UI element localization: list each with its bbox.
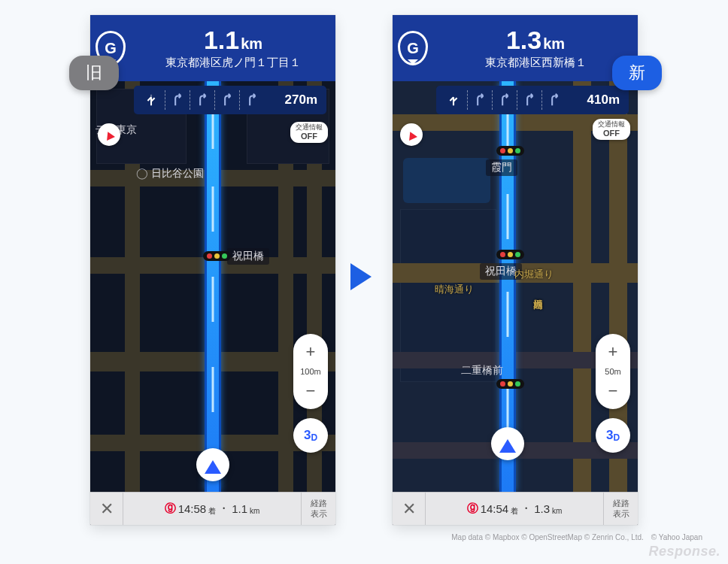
route-line	[205, 81, 221, 492]
lane-guidance: 410m	[436, 86, 629, 114]
map-canvas[interactable]: テル東京 ◯ 日比谷公園 霞 祝田橋 交通情報OFF + 100m − 3D	[90, 81, 335, 492]
lane-arrow-icon	[165, 90, 187, 110]
close-button[interactable]: ✕	[90, 493, 123, 526]
traffic-toggle[interactable]: 交通情報OFF	[290, 122, 328, 143]
compass-button[interactable]	[98, 123, 120, 146]
traffic-signal-icon	[496, 146, 524, 156]
goal-icon: G	[393, 15, 433, 81]
zoom-in-button[interactable]: +	[293, 338, 328, 365]
watermark: Response.	[648, 544, 720, 559]
map-canvas[interactable]: 霞門 祝田橋 晴海通り 内堀通り 内堀通り 二重橋前 交通情報OFF + 50m…	[393, 81, 638, 492]
lane-arrow-icon	[239, 90, 262, 110]
eta-display[interactable]: ⓖ 14:54着 ・ 1.3km	[426, 502, 603, 516]
3d-toggle-button[interactable]: 3D	[293, 418, 328, 453]
goal-pin-icon: ⓖ	[165, 502, 176, 516]
lane-arrow-icon	[190, 90, 212, 110]
3d-toggle-button[interactable]: 3D	[596, 418, 630, 453]
poi-station: 二重橋前	[456, 362, 508, 379]
road-label: 内堀通り	[531, 292, 544, 303]
nav-header: G 1.3km 東京都港区西新橋１	[393, 15, 638, 81]
next-distance: 1.1km	[204, 27, 262, 53]
goal-pin-icon: ⓖ	[467, 502, 478, 516]
traffic-toggle[interactable]: 交通情報OFF	[593, 119, 630, 140]
lane-arrow-icon	[140, 90, 162, 110]
footer-bar: ✕ ⓖ 14:54着 ・ 1.3km 経路 表示	[393, 492, 638, 525]
badge-old: 旧	[69, 56, 119, 90]
poi-gate: 霞門	[486, 159, 517, 176]
zoom-scale: 100m	[300, 365, 321, 378]
close-button[interactable]: ✕	[393, 493, 426, 526]
lane-guidance: 270m	[134, 86, 326, 114]
nav-header: G 1.1km 東京都港区虎ノ門１丁目１	[90, 15, 335, 81]
zoom-out-button[interactable]: −	[596, 378, 630, 405]
lane-arrow-icon	[517, 90, 539, 110]
compare-arrow-icon	[350, 263, 385, 290]
lane-arrow-icon	[492, 90, 514, 110]
traffic-signal-icon	[496, 379, 524, 389]
footer-bar: ✕ ⓖ 14:58着 ・ 1.1km 経路 表示	[90, 492, 335, 525]
map-credits: Map data © Mapbox © OpenStreetMap © Zenr…	[451, 532, 702, 543]
poi-intersection: 祝田橋	[227, 248, 269, 265]
traffic-signal-icon	[496, 250, 524, 259]
lane-arrow-icon	[442, 90, 465, 110]
lane-arrow-icon	[214, 90, 237, 110]
lane-arrow-icon	[541, 90, 564, 110]
compass-button[interactable]	[400, 123, 423, 146]
current-location-icon	[491, 427, 524, 460]
zoom-scale: 50m	[605, 365, 620, 378]
eta-display[interactable]: ⓖ 14:58着 ・ 1.1km	[123, 502, 301, 516]
phone-new: G 1.3km 東京都港区西新橋１	[393, 15, 638, 525]
lane-distance: 410m	[584, 92, 623, 108]
route-display-button[interactable]: 経路 表示	[301, 493, 335, 526]
road-label: 内堀通り	[514, 268, 554, 281]
phone-old: G 1.1km 東京都港区虎ノ門１丁目１	[90, 15, 335, 525]
badge-new: 新	[612, 56, 662, 90]
current-location-icon	[196, 448, 229, 481]
zoom-in-button[interactable]: +	[596, 338, 630, 365]
road-label: 晴海通り	[435, 283, 474, 296]
lane-arrow-icon	[467, 90, 490, 110]
next-address: 東京都港区西新橋１	[485, 56, 587, 70]
zoom-out-button[interactable]: −	[293, 378, 328, 405]
zoom-control: + 50m −	[596, 334, 630, 409]
route-display-button[interactable]: 経路 表示	[603, 493, 638, 526]
zoom-control: + 100m −	[293, 334, 328, 409]
poi-park: ◯ 日比谷公園	[131, 165, 209, 182]
lane-distance: 270m	[282, 92, 320, 108]
next-address: 東京都港区虎ノ門１丁目１	[165, 56, 301, 70]
next-distance: 1.3km	[506, 27, 565, 53]
